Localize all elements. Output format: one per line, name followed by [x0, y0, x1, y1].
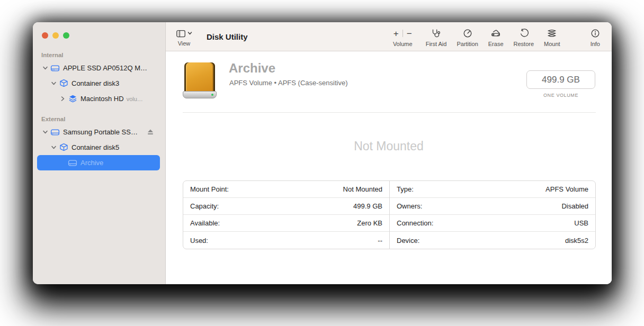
details-column-left: Mount Point: Not Mounted Capacity: 499.9…	[183, 181, 389, 249]
detail-row-used: Used: --	[183, 232, 389, 249]
mount-button[interactable]: Mount	[544, 28, 560, 47]
sidebar-item-label: Archive	[80, 159, 103, 167]
main-area: View Disk Utility + − Volume First A	[166, 22, 612, 284]
chevron-right-icon[interactable]	[58, 95, 67, 103]
erase-button[interactable]: Erase	[488, 28, 504, 47]
sidebar: Internal APPLE SSD AP0512Q M… Container …	[33, 22, 166, 284]
chevron-spacer	[58, 159, 67, 167]
detail-label: Mount Point:	[190, 185, 229, 193]
detail-value: Zero KB	[357, 219, 382, 227]
restore-icon	[519, 28, 529, 39]
sidebar-item-label: Samsung Portable SS…	[63, 128, 138, 136]
detail-value: APFS Volume	[545, 185, 588, 193]
detail-value: disk5s2	[565, 237, 588, 245]
sidebar-section-internal: Internal	[33, 52, 165, 58]
sidebar-item-apple-ssd[interactable]: APPLE SSD AP0512Q M…	[37, 60, 160, 76]
sidebar-item-label: Container disk3	[71, 79, 119, 87]
mount-label: Mount	[544, 41, 560, 47]
internal-drive-icon	[50, 64, 60, 73]
detail-row-owners: Owners: Disabled	[390, 198, 595, 215]
zoom-button[interactable]	[63, 32, 69, 39]
external-drive-icon	[67, 159, 78, 167]
minimize-button[interactable]	[52, 32, 59, 39]
first-aid-icon	[431, 28, 441, 39]
volume-layers-icon	[67, 95, 78, 103]
partition-label: Partition	[457, 41, 478, 47]
detail-row-connection: Connection: USB	[390, 215, 595, 232]
view-button[interactable]: View	[176, 28, 192, 47]
restore-label: Restore	[514, 41, 534, 47]
remove-volume-button[interactable]: −	[403, 29, 416, 38]
external-drive-icon	[50, 128, 60, 137]
sidebar-item-container-disk3[interactable]: Container disk3	[37, 76, 160, 91]
detail-value: USB	[574, 219, 588, 227]
detail-value: Not Mounted	[343, 185, 382, 193]
detail-row-capacity: Capacity: 499.9 GB	[183, 198, 389, 215]
volume-label: Volume	[393, 41, 413, 47]
detail-label: Owners:	[397, 202, 422, 210]
volume-title: Archive	[229, 61, 275, 76]
detail-value: 499.9 GB	[353, 202, 382, 210]
add-volume-button[interactable]: +	[390, 29, 402, 38]
eject-icon[interactable]	[147, 129, 154, 135]
details-table: Mount Point: Not Mounted Capacity: 499.9…	[183, 180, 596, 249]
partition-button[interactable]: Partition	[457, 28, 478, 47]
detail-label: Used:	[190, 237, 208, 245]
mount-status: Not Mounted	[166, 139, 612, 153]
window-controls	[33, 22, 165, 39]
sidebar-item-container-disk5[interactable]: Container disk5	[37, 140, 160, 155]
detail-label: Available:	[190, 219, 220, 227]
container-icon	[58, 143, 69, 152]
chevron-down-icon	[187, 31, 192, 35]
toolbar-actions: + − Volume First Aid Parti	[390, 26, 600, 47]
sidebar-item-label: APPLE SSD AP0512Q M…	[63, 64, 147, 72]
sidebar-toggle-icon	[176, 29, 186, 38]
info-icon	[591, 28, 600, 39]
sidebar-item-samsung-ssd[interactable]: Samsung Portable SS…	[37, 124, 160, 140]
chevron-down-icon[interactable]	[49, 79, 58, 88]
detail-label: Capacity:	[190, 202, 219, 210]
chevron-down-icon[interactable]	[40, 64, 50, 73]
capacity-caption: ONE VOLUME	[526, 93, 595, 98]
volume-buttons: + − Volume	[390, 28, 416, 47]
detail-row-mount-point: Mount Point: Not Mounted	[183, 181, 389, 198]
detail-label: Connection:	[397, 219, 433, 227]
toolbar: View Disk Utility + − Volume First A	[166, 22, 612, 51]
sidebar-item-archive[interactable]: Archive	[37, 155, 160, 170]
sidebar-item-macintosh-hd[interactable]: Macintosh HD volu…	[37, 91, 160, 106]
info-label: Info	[591, 41, 600, 47]
container-icon	[58, 79, 69, 88]
erase-label: Erase	[488, 41, 504, 47]
drive-led	[211, 94, 213, 96]
capacity-badge: 499.9 GB	[526, 70, 595, 89]
chevron-down-icon[interactable]	[40, 128, 50, 137]
sidebar-tree-internal: APPLE SSD AP0512Q M… Container disk3 Mac	[33, 60, 165, 106]
sidebar-section-external: External	[33, 116, 165, 122]
disk-utility-window: Internal APPLE SSD AP0512Q M… Container …	[33, 22, 612, 284]
partition-icon	[463, 28, 472, 39]
close-button[interactable]	[42, 32, 48, 39]
detail-value: --	[378, 237, 382, 245]
sidebar-item-label: Container disk5	[71, 143, 119, 151]
detail-row-available: Available: Zero KB	[183, 215, 389, 232]
detail-row-device: Device: disk5s2	[390, 232, 595, 249]
sidebar-tree-external: Samsung Portable SS… Container disk5	[33, 124, 165, 170]
erase-icon	[490, 28, 501, 39]
volume-detail-pane: Archive APFS Volume • APFS (Case-sensiti…	[166, 51, 612, 284]
restore-button[interactable]: Restore	[514, 28, 534, 47]
orange-drive-icon	[183, 61, 217, 98]
volume-subtitle: APFS Volume • APFS (Case-sensitive)	[229, 79, 347, 87]
detail-label: Type:	[397, 185, 414, 193]
detail-row-type: Type: APFS Volume	[390, 181, 595, 198]
details-column-right: Type: APFS Volume Owners: Disabled Conne…	[389, 181, 595, 249]
window-title: Disk Utility	[207, 32, 248, 41]
info-button[interactable]: Info	[591, 28, 600, 47]
view-label: View	[178, 40, 191, 47]
first-aid-button[interactable]: First Aid	[426, 28, 447, 47]
detail-label: Device:	[397, 237, 419, 245]
chevron-down-icon[interactable]	[49, 143, 58, 152]
first-aid-label: First Aid	[426, 41, 447, 47]
mount-icon	[547, 28, 557, 39]
sidebar-item-label: Macintosh HD	[80, 95, 124, 103]
sidebar-item-suffix: volu…	[127, 96, 143, 102]
